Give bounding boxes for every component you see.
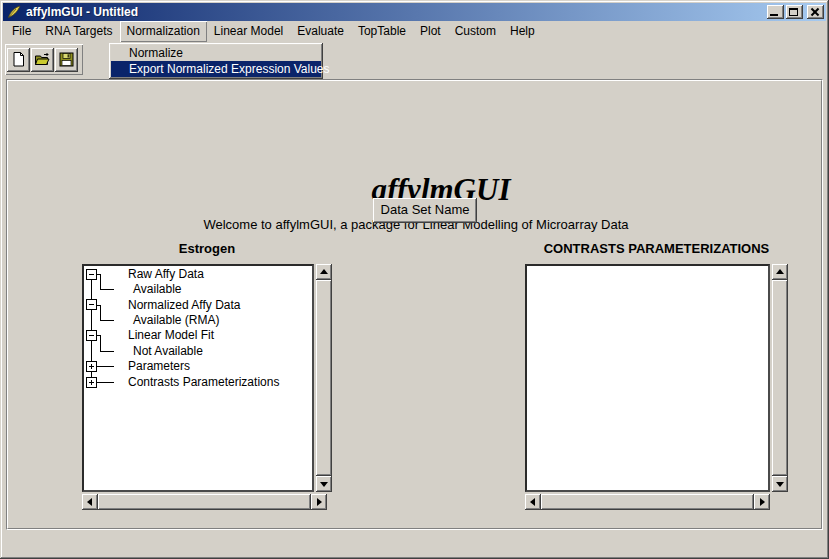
- tree-item-label: Available (RMA): [133, 313, 219, 327]
- arrow-down-icon: [776, 482, 784, 487]
- save-file-button[interactable]: [55, 48, 78, 72]
- horizontal-scroll-thumb[interactable]: [541, 494, 754, 510]
- new-file-button[interactable]: [7, 48, 30, 72]
- right-vertical-scrollbar[interactable]: [772, 264, 788, 492]
- left-vertical-scrollbar[interactable]: [316, 264, 332, 492]
- menu-plot[interactable]: Plot: [413, 21, 448, 42]
- menu-bar: File RNA Targets Normalization Linear Mo…: [3, 21, 826, 42]
- tree-item[interactable]: Parameters: [84, 358, 312, 374]
- scroll-down-button[interactable]: [772, 476, 788, 492]
- application-window: affylmGUI - Untitled File RNA Targets No…: [0, 0, 829, 559]
- tree-item[interactable]: Linear Model Fit: [84, 327, 312, 343]
- vertical-scroll-thumb[interactable]: [772, 280, 788, 476]
- toolbar: [5, 44, 83, 75]
- scroll-down-button[interactable]: [316, 476, 332, 492]
- arrow-left-icon: [87, 498, 92, 506]
- left-horizontal-scrollbar[interactable]: [82, 494, 327, 510]
- normalization-dropdown-menu: Normalize Export Normalized Expression V…: [109, 43, 323, 79]
- status-tree: Raw Affy Data Available Normalized Affy …: [84, 266, 312, 490]
- scroll-up-button[interactable]: [772, 264, 788, 280]
- close-button[interactable]: [807, 5, 824, 19]
- tree-item[interactable]: Normalized Affy Data: [84, 297, 312, 313]
- minimize-button[interactable]: [767, 5, 784, 19]
- tree-item-label: Parameters: [128, 359, 190, 373]
- scroll-up-button[interactable]: [316, 264, 332, 280]
- menu-item-normalize[interactable]: Normalize: [111, 45, 321, 61]
- minimize-icon: [770, 14, 778, 16]
- arrow-right-icon: [760, 498, 765, 506]
- tree-item-label: Available: [133, 282, 181, 296]
- open-file-icon: [34, 51, 51, 68]
- scroll-right-button[interactable]: [754, 494, 770, 510]
- tree-item[interactable]: Not Available: [84, 343, 312, 359]
- tree-item-label: Contrasts Parameterizations: [128, 375, 279, 389]
- menu-rna-targets[interactable]: RNA Targets: [38, 21, 119, 42]
- vertical-scroll-thumb[interactable]: [316, 280, 332, 476]
- tree-collapse-icon[interactable]: [86, 330, 97, 341]
- scroll-left-button[interactable]: [525, 494, 541, 510]
- tree-expand-icon[interactable]: [86, 361, 97, 372]
- arrow-right-icon: [317, 498, 322, 506]
- scroll-left-button[interactable]: [82, 494, 98, 510]
- contrasts-parameterizations-listbox[interactable]: [525, 264, 770, 492]
- main-content-frame: affylmGUI Welcome to affylmGUI, a packag…: [6, 79, 823, 530]
- menu-linear-model[interactable]: Linear Model: [207, 21, 290, 42]
- tree-item[interactable]: Contrasts Parameterizations: [84, 374, 312, 390]
- left-panel-heading: Estrogen: [82, 241, 332, 256]
- arrow-left-icon: [530, 498, 535, 506]
- tree-collapse-icon[interactable]: [86, 299, 97, 310]
- maximize-button[interactable]: [786, 5, 803, 19]
- tree-item-label: Not Available: [133, 344, 203, 358]
- menu-normalization[interactable]: Normalization: [120, 21, 207, 42]
- maximize-icon: [789, 8, 798, 16]
- arrow-down-icon: [320, 482, 328, 487]
- save-file-icon: [58, 51, 75, 68]
- tk-feather-icon: [6, 5, 22, 19]
- tree-item[interactable]: Available: [84, 281, 312, 297]
- menu-help[interactable]: Help: [503, 21, 542, 42]
- menu-custom[interactable]: Custom: [448, 21, 503, 42]
- main-content-inner: affylmGUI Welcome to affylmGUI, a packag…: [7, 80, 822, 529]
- menu-item-export-normalized-expression-values[interactable]: Export Normalized Expression Values: [111, 61, 321, 77]
- horizontal-scroll-thumb[interactable]: [98, 494, 311, 510]
- new-file-icon: [10, 51, 27, 68]
- tree-collapse-icon[interactable]: [86, 269, 97, 280]
- tree-expand-icon[interactable]: [86, 377, 97, 388]
- arrow-up-icon: [320, 269, 328, 274]
- menu-file[interactable]: File: [5, 21, 38, 42]
- tree-item-label: Raw Affy Data: [128, 267, 204, 281]
- open-file-button[interactable]: [31, 48, 54, 72]
- window-title: affylmGUI - Untitled: [26, 5, 138, 19]
- right-horizontal-scrollbar[interactable]: [525, 494, 770, 510]
- scroll-right-button[interactable]: [311, 494, 327, 510]
- tree-item-label: Normalized Affy Data: [128, 298, 241, 312]
- right-panel-heading: CONTRASTS PARAMETERIZATIONS: [525, 241, 788, 256]
- menu-evaluate[interactable]: Evaluate: [290, 21, 351, 42]
- tree-item[interactable]: Available (RMA): [84, 312, 312, 328]
- close-icon: [810, 7, 820, 16]
- arrow-up-icon: [776, 269, 784, 274]
- tree-item[interactable]: Raw Affy Data: [84, 266, 312, 282]
- tree-item-label: Linear Model Fit: [128, 328, 214, 342]
- data-set-name-button[interactable]: Data Set Name: [373, 198, 477, 223]
- menu-toptable[interactable]: TopTable: [351, 21, 413, 42]
- title-bar[interactable]: affylmGUI - Untitled: [3, 3, 826, 21]
- status-tree-listbox[interactable]: Raw Affy Data Available Normalized Affy …: [82, 264, 314, 492]
